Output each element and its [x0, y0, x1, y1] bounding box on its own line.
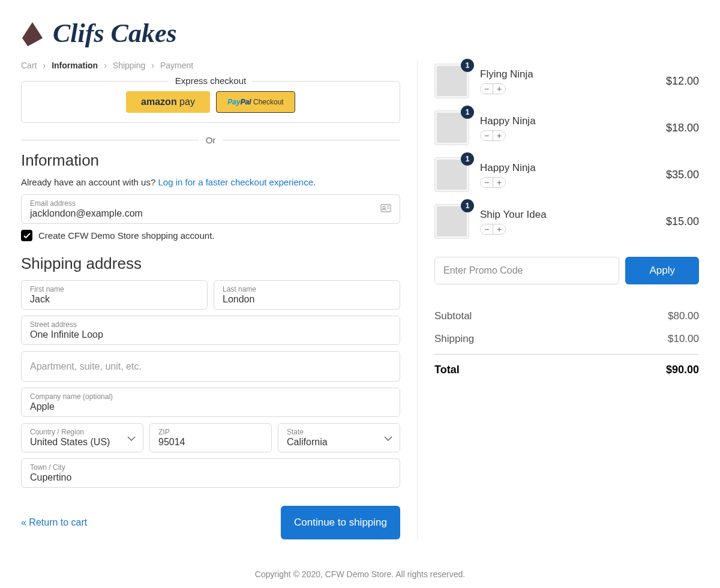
first-name-field[interactable]: First name — [21, 280, 208, 310]
apply-promo-button[interactable]: Apply — [625, 257, 699, 284]
quantity-badge: 1 — [461, 152, 474, 166]
promo-code-input[interactable] — [434, 257, 619, 284]
quantity-decrease-button[interactable]: − — [481, 84, 493, 94]
brand-icon — [21, 21, 44, 46]
product-name: Flying Ninja — [480, 68, 655, 80]
create-account-label: Create CFW Demo Store shopping account. — [38, 230, 214, 241]
state-field[interactable]: State California — [278, 423, 400, 452]
state-select[interactable]: California — [287, 437, 391, 448]
create-account-checkbox[interactable] — [21, 230, 32, 241]
quantity-increase-button[interactable]: + — [493, 224, 505, 234]
zip-input[interactable] — [158, 437, 263, 448]
breadcrumb-payment[interactable]: Payment — [160, 61, 193, 70]
email-label: Email address — [30, 199, 391, 208]
cart-item: 1 Happy Ninja − + $35.00 — [434, 157, 699, 192]
express-checkout-label: Express checkout — [169, 76, 252, 86]
country-field[interactable]: Country / Region United States (US) — [21, 423, 143, 452]
information-heading: Information — [21, 151, 400, 170]
login-link[interactable]: Log in for a faster checkout experience — [158, 177, 313, 187]
last-name-field[interactable]: Last name — [214, 280, 400, 310]
product-price: $12.00 — [666, 75, 699, 88]
quantity-stepper: − + — [480, 130, 506, 141]
product-name: Ship Your Idea — [480, 209, 655, 221]
breadcrumb: Cart › Information › Shipping › Payment — [21, 61, 400, 70]
first-name-input[interactable] — [30, 294, 199, 305]
street-field[interactable]: Street address — [21, 316, 400, 345]
product-price: $35.00 — [666, 169, 699, 181]
header: Clifs Cakes — [21, 18, 699, 49]
total-row: Total$90.00 — [434, 358, 699, 382]
last-name-input[interactable] — [223, 294, 391, 305]
city-field[interactable]: Town / City — [21, 458, 400, 488]
breadcrumb-information: Information — [52, 61, 98, 70]
product-thumbnail: 1 — [434, 64, 469, 98]
or-divider: Or — [21, 135, 400, 145]
quantity-badge: 1 — [461, 199, 474, 212]
summary-divider — [434, 354, 699, 355]
product-thumbnail: 1 — [434, 157, 469, 192]
create-account-row[interactable]: Create CFW Demo Store shopping account. — [21, 230, 400, 241]
chevron-down-icon — [127, 433, 136, 443]
quantity-stepper: − + — [480, 83, 506, 94]
express-checkout-box: Express checkout amazon pay PayPal Check… — [21, 81, 400, 123]
quantity-stepper: − + — [480, 224, 506, 235]
product-price: $15.00 — [666, 215, 699, 228]
quantity-increase-button[interactable]: + — [493, 84, 505, 94]
city-input[interactable] — [30, 472, 391, 483]
product-thumbnail: 1 — [434, 110, 469, 145]
breadcrumb-cart[interactable]: Cart — [21, 61, 37, 70]
shipping-row: Shipping$10.00 — [434, 328, 699, 350]
quantity-stepper: − + — [480, 177, 506, 188]
quantity-decrease-button[interactable]: − — [481, 178, 493, 187]
chevron-right-icon: › — [151, 61, 154, 70]
contact-card-icon — [380, 204, 391, 215]
chevron-down-icon — [384, 433, 392, 443]
apartment-field[interactable] — [21, 351, 400, 382]
breadcrumb-shipping[interactable]: Shipping — [113, 61, 146, 70]
brand-name: Clifs Cakes — [53, 18, 177, 49]
product-name: Happy Ninja — [480, 115, 655, 127]
quantity-decrease-button[interactable]: − — [481, 131, 493, 140]
amazon-pay-button[interactable]: amazon pay — [126, 91, 210, 113]
shipping-address-heading: Shipping address — [21, 254, 400, 273]
product-thumbnail: 1 — [434, 204, 469, 239]
login-prompt: Already have an account with us? Log in … — [21, 177, 400, 187]
quantity-badge: 1 — [461, 59, 474, 72]
country-select[interactable]: United States (US) — [30, 437, 134, 448]
cart-item: 1 Ship Your Idea − + $15.00 — [434, 204, 699, 239]
footer-copyright: Copyright © 2020, CFW Demo Store. All ri… — [21, 569, 699, 579]
product-name: Happy Ninja — [480, 162, 655, 174]
svg-point-1 — [383, 206, 385, 209]
product-price: $18.00 — [666, 122, 699, 134]
apartment-input[interactable] — [30, 361, 391, 372]
cart-item: 1 Flying Ninja − + $12.00 — [434, 64, 699, 98]
paypal-checkout-button[interactable]: PayPal Checkout — [216, 91, 295, 113]
quantity-badge: 1 — [461, 106, 474, 119]
quantity-increase-button[interactable]: + — [493, 178, 505, 187]
quantity-increase-button[interactable]: + — [493, 131, 505, 140]
quantity-decrease-button[interactable]: − — [481, 224, 493, 234]
return-to-cart-link[interactable]: « Return to cart — [21, 517, 87, 528]
zip-field[interactable]: ZIP — [149, 423, 272, 452]
company-input[interactable] — [30, 401, 391, 412]
email-input[interactable] — [30, 208, 391, 219]
email-field-wrapper[interactable]: Email address — [21, 194, 400, 224]
chevron-right-icon: › — [43, 61, 46, 70]
subtotal-row: Subtotal$80.00 — [434, 305, 699, 328]
company-field[interactable]: Company name (optional) — [21, 388, 400, 417]
chevron-right-icon: › — [104, 61, 107, 70]
continue-to-shipping-button[interactable]: Continue to shipping — [281, 506, 400, 539]
street-input[interactable] — [30, 329, 391, 340]
cart-item: 1 Happy Ninja − + $18.00 — [434, 110, 699, 145]
